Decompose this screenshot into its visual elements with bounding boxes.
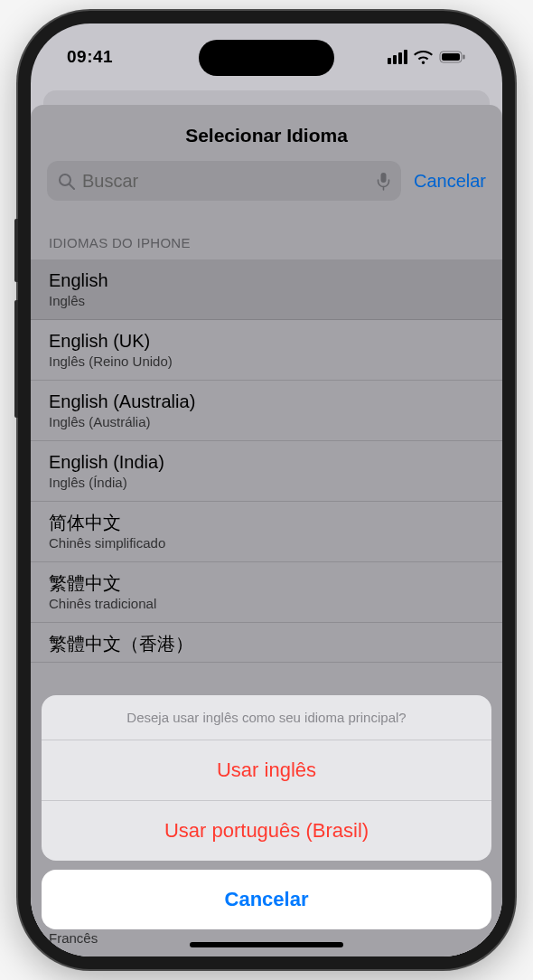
language-list[interactable]: English Inglês English (UK) Inglês (Rein… [31,259,502,663]
language-sheet: Selecionar Idioma Cancelar IDIOMAS DO IP… [31,105,502,956]
home-indicator[interactable] [190,942,343,947]
use-english-button[interactable]: Usar inglês [42,740,491,801]
dynamic-island [199,40,334,76]
language-native: English (India) [49,451,484,474]
svg-rect-1 [442,53,460,61]
language-local: Inglês (Reino Unido) [49,353,484,369]
language-local: Chinês simplificado [49,535,484,551]
action-sheet-prompt: Deseja usar inglês como seu idioma princ… [42,695,491,740]
battery-icon [439,51,466,63]
status-time: 09:41 [67,47,113,67]
search-field[interactable] [47,161,401,201]
svg-line-4 [70,184,74,189]
search-cancel-button[interactable]: Cancelar [414,171,486,192]
action-sheet: Deseja usar inglês como seu idioma princ… [42,695,491,929]
status-indicators [388,50,466,64]
language-row[interactable]: English (India) Inglês (Índia) [31,441,502,502]
language-local: Chinês tradicional [49,596,484,611]
svg-rect-2 [463,55,465,60]
microphone-icon[interactable] [377,172,390,191]
language-local: Inglês [49,293,484,308]
language-native: English [49,269,484,292]
language-native: English (Australia) [49,391,484,413]
sheet-title: Selecionar Idioma [31,105,502,161]
language-native: 繁體中文 [49,572,484,595]
language-row[interactable]: 简体中文 Chinês simplificado [31,502,502,562]
svg-rect-5 [380,173,386,183]
language-native: English (UK) [49,330,484,353]
language-native: 繁體中文（香港） [49,633,484,655]
language-row[interactable]: English (UK) Inglês (Reino Unido) [31,320,502,381]
phone-frame: 09:41 Selecionar Idioma [18,11,515,969]
section-header: IDIOMAS DO IPHONE [31,208,502,259]
screen: 09:41 Selecionar Idioma [31,24,502,956]
language-row[interactable]: 繁體中文 Chinês tradicional [31,562,502,623]
language-native: 简体中文 [49,512,484,534]
search-row: Cancelar [31,161,502,208]
search-icon [58,173,75,190]
use-portuguese-button[interactable]: Usar português (Brasil) [42,801,491,861]
language-local: Inglês (Austrália) [49,414,484,429]
language-row[interactable]: English (Australia) Inglês (Austrália) [31,381,502,441]
cellular-icon [388,50,407,64]
action-sheet-cancel-button[interactable]: Cancelar [42,870,491,929]
svg-point-3 [60,174,70,185]
action-sheet-group: Deseja usar inglês como seu idioma princ… [42,695,491,861]
language-row[interactable]: 繁體中文（香港） [31,623,502,663]
language-row[interactable]: English Inglês [31,259,502,320]
wifi-icon [414,51,433,64]
language-local: Inglês (Índia) [49,475,484,490]
search-input[interactable] [82,171,369,192]
